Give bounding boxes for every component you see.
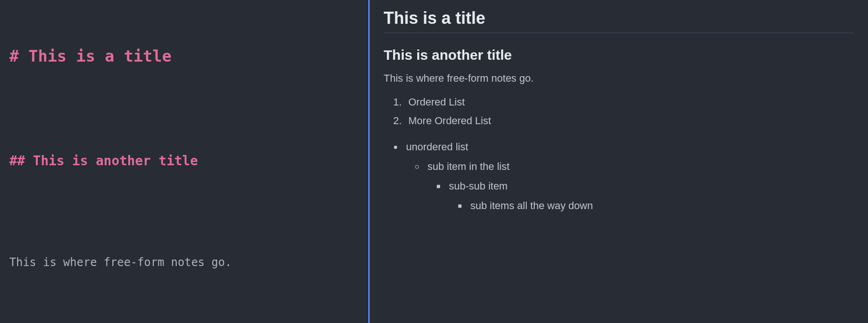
preview-ordered-item-2: More Ordered List <box>405 115 854 127</box>
editor-blank-line[interactable] <box>9 101 359 118</box>
preview-unordered-list: unordered list sub item in the list sub-… <box>384 141 854 212</box>
preview-ul-item-2-text: sub-sub item <box>449 180 508 192</box>
preview-paragraph: This is where free-form notes go. <box>384 72 854 84</box>
preview-ordered-list: Ordered List More Ordered List <box>384 96 854 127</box>
preview-ul-item-2: sub-sub item sub items all the way down <box>446 180 854 212</box>
preview-h1: This is a title <box>384 8 854 33</box>
preview-ul-item-0: unordered list sub item in the list sub-… <box>403 141 854 212</box>
markdown-editor-pane[interactable]: # This is a title ## This is another tit… <box>0 0 368 323</box>
preview-ul-level3: sub items all the way down <box>449 200 854 212</box>
preview-ul-level2: sub-sub item sub items all the way down <box>427 180 854 212</box>
editor-paragraph-line[interactable]: This is where free-form notes go. <box>9 254 359 271</box>
editor-blank-line[interactable] <box>9 204 359 220</box>
editor-h2-line[interactable]: ## This is another title <box>9 152 359 170</box>
preview-ul-item-1-text: sub item in the list <box>427 161 510 172</box>
editor-h1-line[interactable]: # This is a title <box>9 45 359 68</box>
preview-ul-level1: sub item in the list sub-sub item sub it… <box>406 161 854 212</box>
preview-h2: This is another title <box>384 47 854 63</box>
editor-blank-line[interactable] <box>9 304 359 321</box>
preview-ordered-item-1: Ordered List <box>405 96 854 108</box>
preview-ul-item-0-text: unordered list <box>406 141 468 153</box>
markdown-preview-pane: This is a title This is another title Th… <box>368 0 868 323</box>
preview-ul-item-1: sub item in the list sub-sub item sub it… <box>425 161 854 212</box>
preview-ul-item-3-text: sub items all the way down <box>470 200 593 211</box>
preview-ul-item-3: sub items all the way down <box>468 200 854 212</box>
